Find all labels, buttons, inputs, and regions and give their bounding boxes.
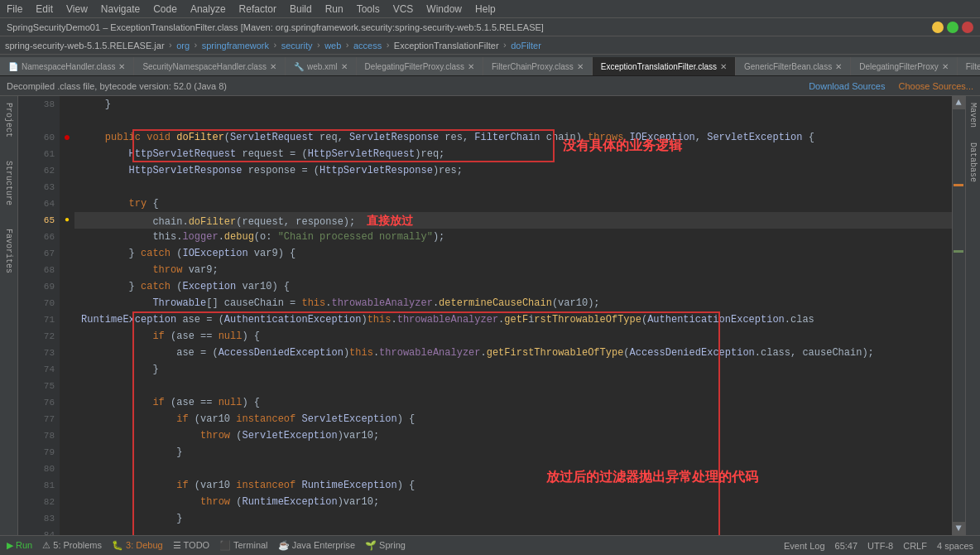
- breadcrumb-org[interactable]: org: [176, 41, 190, 51]
- line-numbers-gutter: 38 60 61 62 63 64 65 66 67 68 69 70 71 7…: [18, 96, 60, 535]
- menu-vcs[interactable]: VCS: [387, 2, 420, 17]
- tab-security-namespace[interactable]: SecurityNamespaceHandler.class ✕: [134, 57, 286, 75]
- favorites-tab[interactable]: Favorites: [2, 225, 15, 277]
- line-num-77: 77: [18, 411, 60, 427]
- close-button[interactable]: [962, 22, 973, 33]
- breadcrumb-security[interactable]: security: [281, 41, 313, 51]
- run-status[interactable]: ▶ Run: [7, 540, 32, 551]
- problems-status[interactable]: ⚠ 5: Problems: [42, 540, 102, 551]
- line-num-blank1: [18, 113, 60, 129]
- download-sources-link[interactable]: Download Sources: [809, 81, 885, 91]
- scroll-marker-green: [954, 250, 963, 253]
- line-num-65: 65: [18, 212, 60, 229]
- scroll-marker-warning: [954, 184, 963, 186]
- maven-tab[interactable]: Maven: [967, 99, 979, 131]
- breadcrumb-web[interactable]: web: [324, 41, 341, 51]
- menu-tools[interactable]: Tools: [350, 2, 387, 17]
- minimize-button[interactable]: [932, 22, 944, 33]
- breadcrumb-springframework[interactable]: springframework: [202, 41, 269, 51]
- line-num-82: 82: [18, 494, 60, 510]
- code-line-60: public void doFilter(ServletRequest req,…: [74, 129, 952, 146]
- java-enterprise-status[interactable]: ☕ Java Enterprise: [278, 540, 355, 551]
- menu-refactor[interactable]: Refactor: [233, 2, 283, 17]
- database-tab[interactable]: Database: [967, 139, 979, 186]
- event-log-status[interactable]: Event Log: [784, 541, 825, 551]
- line-num-61: 61: [18, 146, 60, 162]
- scroll-down-button[interactable]: ▼: [952, 522, 965, 535]
- tab-namespace-handler[interactable]: 📄 NamespaceHandler.class ✕: [0, 57, 134, 75]
- notification-links: Download Sources Choose Sources...: [809, 81, 973, 91]
- code-line-38: }: [74, 96, 952, 113]
- code-line-82: throw (RuntimeException)var10;: [74, 494, 952, 510]
- line-num-64: 64: [18, 195, 60, 212]
- scrollbar[interactable]: ▲ ▼: [952, 96, 965, 535]
- menu-file[interactable]: File: [0, 2, 29, 17]
- line-num-76: 76: [18, 394, 60, 411]
- code-line-70: Throwable[] causeChain = this.throwableA…: [74, 295, 952, 311]
- line-num-71: 71: [18, 311, 60, 328]
- terminal-status[interactable]: ⬛ Terminal: [219, 540, 267, 551]
- tab-generic-filter-bean[interactable]: GenericFilterBean.class ✕: [736, 57, 851, 75]
- code-line-62: HttpServletResponse response = (HttpServ…: [74, 162, 952, 179]
- menu-analyze[interactable]: Analyze: [184, 2, 233, 17]
- breadcrumb-class[interactable]: ExceptionTranslationFilter: [394, 41, 499, 51]
- status-left: ▶ Run ⚠ 5: Problems 🐛 3: Debug ☰ TODO ⬛ …: [7, 540, 406, 551]
- menu-build[interactable]: Build: [283, 2, 319, 17]
- code-line-81: if (var10 instanceof RuntimeException) {: [74, 477, 952, 494]
- tab-bar: 📄 NamespaceHandler.class ✕ SecurityNames…: [0, 55, 980, 76]
- breadcrumb-method[interactable]: doFilter: [511, 41, 541, 51]
- menu-edit[interactable]: Edit: [29, 2, 60, 17]
- line-num-63: 63: [18, 179, 60, 195]
- line-num-68: 68: [18, 262, 60, 278]
- code-line-80: [74, 461, 952, 477]
- breadcrumb-bar: spring-security-web-5.1.5.RELEASE.jar › …: [0, 36, 980, 55]
- code-line-64: try {: [74, 195, 952, 212]
- right-tool-strip: Maven Database: [965, 96, 980, 535]
- choose-sources-link[interactable]: Choose Sources...: [899, 81, 974, 91]
- code-line-75: [74, 378, 952, 394]
- tab-filter-c[interactable]: Filter.c ✕: [958, 57, 980, 75]
- code-editor: 38 60 61 62 63 64 65 66 67 68 69 70 71 7…: [18, 96, 952, 535]
- status-right: Event Log 65:47 UTF-8 CRLF 4 spaces: [784, 541, 973, 551]
- debug-status[interactable]: 🐛 3: Debug: [112, 540, 163, 551]
- code-line-69: } catch (Exception var10) {: [74, 278, 952, 295]
- breadcrumb-access[interactable]: access: [353, 41, 382, 51]
- menu-run[interactable]: Run: [319, 2, 350, 17]
- structure-tab[interactable]: Structure: [2, 157, 15, 209]
- tab-filter-chain-proxy[interactable]: FilterChainProxy.class ✕: [483, 57, 593, 75]
- line-num-38: 38: [18, 96, 60, 113]
- maximize-button[interactable]: [947, 22, 958, 33]
- line-num-69: 69: [18, 278, 60, 295]
- scroll-up-button[interactable]: ▲: [952, 96, 965, 109]
- code-line-78: throw (ServletException)var10;: [74, 427, 952, 444]
- tab-delegating-filter-proxy[interactable]: DelegatingFilterProxy.class ✕: [357, 57, 483, 75]
- tab-web-xml[interactable]: 🔧 web.xml ✕: [286, 57, 357, 75]
- status-bar: ▶ Run ⚠ 5: Problems 🐛 3: Debug ☰ TODO ⬛ …: [0, 535, 980, 555]
- menu-view[interactable]: View: [60, 2, 94, 17]
- menu-help[interactable]: Help: [468, 2, 502, 17]
- spring-status[interactable]: 🌱 Spring: [365, 540, 406, 551]
- indent-status[interactable]: 4 spaces: [937, 541, 973, 551]
- menu-window[interactable]: Window: [420, 2, 468, 17]
- line-num-73: 73: [18, 345, 60, 361]
- code-line-76: if (ase == null) {: [74, 394, 952, 411]
- code-line-72: if (ase == null) {: [74, 328, 952, 345]
- line-sep-status[interactable]: CRLF: [903, 541, 927, 551]
- line-num-70: 70: [18, 295, 60, 311]
- code-line-73: ase = (AccessDeniedException)this.throwa…: [74, 345, 952, 361]
- tab-delegating-filter-proxy2[interactable]: DelegatingFilterProxy ✕: [851, 57, 958, 75]
- code-line-61: HttpServletRequest request = (HttpServle…: [74, 146, 952, 162]
- menu-code[interactable]: Code: [147, 2, 184, 17]
- menu-navigate[interactable]: Navigate: [94, 2, 147, 17]
- line-num-83: 83: [18, 510, 60, 527]
- left-tool-strip: Project Structure Favorites: [0, 96, 18, 535]
- project-tab[interactable]: Project: [2, 99, 15, 141]
- breakpoints-gutter: ● ●: [60, 96, 74, 535]
- breadcrumb-jar[interactable]: spring-security-web-5.1.5.RELEASE.jar: [5, 41, 165, 51]
- code-content[interactable]: } public void doFilter(ServletRequest re…: [74, 96, 952, 535]
- tab-exception-translation-filter[interactable]: ExceptionTranslationFilter.class ✕: [593, 57, 736, 75]
- todo-status[interactable]: ☰ TODO: [173, 540, 209, 551]
- code-line-84: [74, 527, 952, 535]
- encoding-status[interactable]: UTF-8: [867, 541, 893, 551]
- line-num-74: 74: [18, 361, 60, 378]
